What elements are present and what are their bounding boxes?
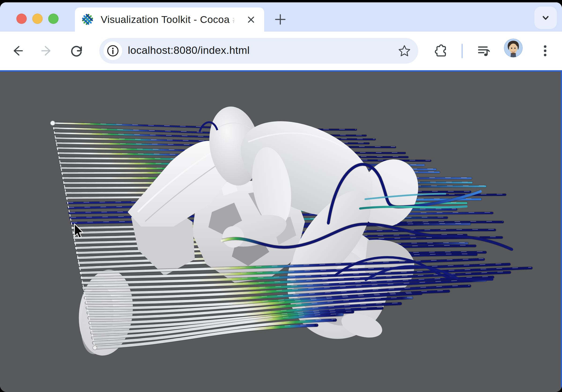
zoom-window-button[interactable] (48, 13, 59, 24)
minimize-window-button[interactable] (32, 13, 43, 24)
toolbar-separator (462, 44, 463, 58)
tab-search-button[interactable] (534, 7, 557, 29)
tab-visualization-toolkit[interactable]: Visualization Toolkit - Cocoa # (75, 8, 264, 32)
browser-window: Visualization Toolkit - Cocoa # (0, 2, 562, 392)
desktop: { "window": {"desktop_bg": "#000000", "t… (0, 0, 562, 392)
kebab-menu-icon[interactable] (538, 43, 553, 58)
canvas-focus-ring-right (561, 70, 562, 392)
close-icon[interactable] (246, 14, 257, 25)
site-info-button[interactable] (104, 41, 122, 60)
chevron-down-icon (540, 13, 551, 23)
tab-strip: Visualization Toolkit - Cocoa # (0, 2, 562, 32)
avatar-image (504, 39, 523, 57)
plus-icon[interactable] (273, 13, 287, 26)
tab-title: Visualization Toolkit - Cocoa # (101, 14, 234, 25)
puzzle-icon[interactable] (433, 43, 448, 58)
vtk-logo-icon (81, 13, 94, 26)
reload-icon[interactable] (69, 43, 84, 58)
page-content (0, 70, 562, 392)
canvas-focus-ring-top (0, 70, 562, 72)
forward-arrow-icon[interactable] (39, 43, 54, 58)
vtk-render-canvas[interactable] (0, 72, 562, 392)
media-queue-icon[interactable] (477, 43, 492, 58)
profile-avatar[interactable] (504, 39, 523, 57)
close-window-button[interactable] (16, 13, 27, 24)
address-bar[interactable]: localhost:8080/index.html (99, 38, 418, 64)
navigation-toolbar: localhost:8080/index.html (0, 32, 562, 70)
star-icon[interactable] (397, 43, 412, 58)
info-icon (106, 44, 119, 57)
back-arrow-icon[interactable] (10, 43, 25, 58)
url-text: localhost:8080/index.html (128, 44, 250, 56)
